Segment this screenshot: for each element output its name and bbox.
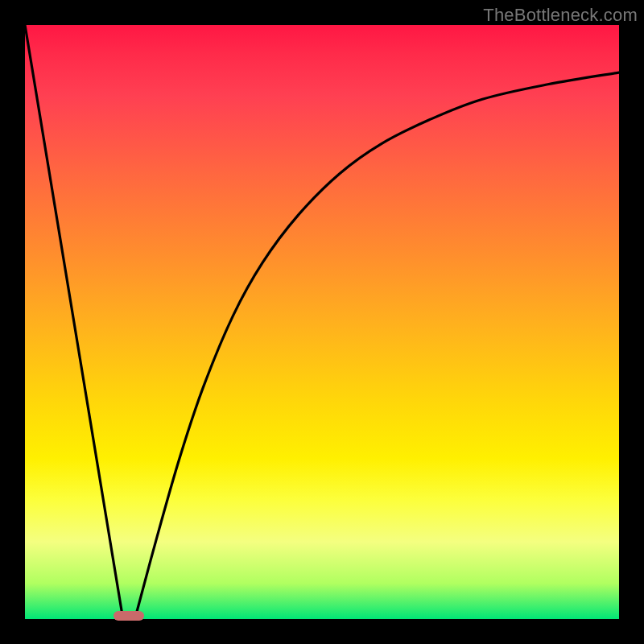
chart-frame: TheBottleneck.com	[0, 0, 644, 644]
curve-layer	[25, 25, 619, 619]
right-curve-path	[135, 72, 619, 619]
bottleneck-marker	[114, 611, 144, 621]
left-line-path	[25, 25, 123, 619]
plot-area	[25, 25, 619, 619]
watermark-text: TheBottleneck.com	[483, 5, 638, 26]
